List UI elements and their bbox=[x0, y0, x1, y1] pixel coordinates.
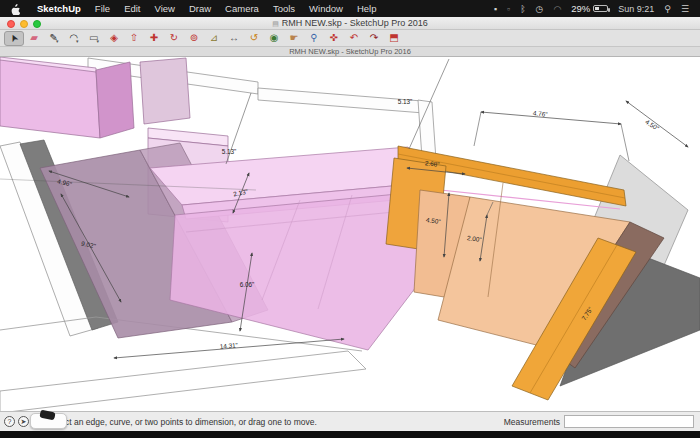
move-tool-button[interactable]: ✚ bbox=[144, 31, 164, 46]
tape-measure-icon: ⊿ bbox=[210, 33, 218, 43]
battery-status[interactable]: 29% bbox=[566, 3, 613, 14]
menu-extra-icon[interactable]: ▪ bbox=[489, 4, 502, 14]
help-icon[interactable]: ? bbox=[4, 416, 15, 427]
select-tool-button[interactable]: ➤ bbox=[4, 31, 24, 46]
apple-menu[interactable] bbox=[10, 3, 20, 15]
menu-item-camera[interactable]: Camera bbox=[218, 3, 266, 14]
menu-clock[interactable]: Sun 9:21 bbox=[613, 4, 659, 14]
previous-view-button[interactable]: ↶ bbox=[344, 31, 364, 46]
document-title-bar[interactable]: RMH NEW.skp - SketchUp Pro 2016 bbox=[0, 47, 700, 57]
document-icon: ▤ bbox=[272, 20, 279, 27]
pan-icon: ☛ bbox=[290, 33, 299, 43]
extension-line bbox=[474, 112, 481, 146]
dim-label-right-depth[interactable]: 4.50" bbox=[644, 118, 660, 132]
move-icon: ✚ bbox=[150, 33, 158, 43]
rotate-tool-button[interactable]: ↻ bbox=[164, 31, 184, 46]
dimension-tool-button[interactable]: ↔ bbox=[224, 31, 244, 46]
menu-item-help[interactable]: Help bbox=[350, 3, 384, 14]
window-bottom-edge bbox=[0, 431, 700, 438]
time-machine-icon[interactable]: ◷ bbox=[531, 4, 549, 14]
tool-popup bbox=[30, 413, 67, 429]
eraser-icon: ▰ bbox=[30, 33, 38, 43]
share-model-button[interactable]: ⬒ bbox=[384, 31, 404, 46]
menu-item-view[interactable]: View bbox=[148, 3, 182, 14]
orbit-icon: ↺ bbox=[250, 33, 258, 43]
spotlight-icon[interactable]: ⚲ bbox=[659, 4, 676, 14]
orbit-tool-button[interactable]: ↺ bbox=[244, 31, 264, 46]
measurements-label: Measurements bbox=[504, 417, 560, 427]
look-around-icon: ◉ bbox=[270, 33, 279, 43]
eraser-tool-button[interactable]: ▰ bbox=[24, 31, 44, 46]
previous-view-icon: ↶ bbox=[350, 33, 358, 43]
next-view-button[interactable]: ↷ bbox=[364, 31, 384, 46]
model-viewport[interactable]: 5.13" 5.13" 4.76" 4.50" 2.68" 4.50" 2.00… bbox=[0, 57, 700, 411]
measurements-input[interactable] bbox=[564, 415, 694, 428]
menu-item-edit[interactable]: Edit bbox=[117, 3, 147, 14]
pink-box-a-side bbox=[96, 62, 134, 138]
toolbar: ➤ ▰ ✎▾ ◠▾ ▭▾ ◈ ⇧ ✚ ↻ ⊚ ⊿ ↔ ↺ ◉ ☛ ⚲ ✜ ↶ ↷… bbox=[0, 30, 700, 47]
status-bar: ? ➤ Select an edge, curve, or two points… bbox=[0, 411, 700, 431]
menu-item-draw[interactable]: Draw bbox=[182, 3, 218, 14]
dim-label-orange-offset[interactable]: 2.68" bbox=[425, 159, 440, 167]
zoom-tool-button[interactable]: ⚲ bbox=[304, 31, 324, 46]
status-hint: Select an edge, curve, or two points to … bbox=[48, 417, 317, 427]
dim-label-height-left[interactable]: 5.13" bbox=[222, 148, 237, 155]
look-around-tool-button[interactable]: ◉ bbox=[264, 31, 284, 46]
arc-tool-button[interactable]: ◠▾ bbox=[64, 31, 84, 46]
apple-logo-icon bbox=[10, 3, 20, 15]
dim-label-bench-length[interactable]: 14.31" bbox=[219, 341, 238, 350]
window-title: ▤RMH NEW.skp - SketchUp Pro 2016 bbox=[0, 18, 700, 28]
dropdown-caret-icon[interactable]: ▾ bbox=[96, 39, 99, 44]
zoom-extents-icon: ✜ bbox=[330, 33, 338, 43]
zoom-extents-button[interactable]: ✜ bbox=[324, 31, 344, 46]
menu-bar: SketchUp File Edit View Draw Camera Tool… bbox=[0, 0, 700, 17]
next-view-icon: ↷ bbox=[370, 33, 378, 43]
dim-label-top-width[interactable]: 4.76" bbox=[533, 109, 548, 117]
battery-icon bbox=[593, 5, 608, 12]
dropdown-caret-icon[interactable]: ▾ bbox=[56, 39, 59, 44]
model-canvas[interactable]: 5.13" 5.13" 4.76" 4.50" 2.68" 4.50" 2.00… bbox=[0, 57, 700, 411]
geolocation-icon[interactable]: ➤ bbox=[18, 416, 29, 427]
push-pull-icon: ⇧ bbox=[130, 33, 138, 43]
window-title-bar: ▤RMH NEW.skp - SketchUp Pro 2016 bbox=[0, 17, 700, 30]
paint-bucket-icon: ◈ bbox=[110, 33, 118, 43]
line-tool-button[interactable]: ✎▾ bbox=[44, 31, 64, 46]
notification-center-icon[interactable]: ☰ bbox=[676, 4, 694, 14]
dim-label-height-center[interactable]: 5.13" bbox=[398, 98, 413, 105]
push-pull-tool-button[interactable]: ⇧ bbox=[124, 31, 144, 46]
sketchup-window: SketchUp File Edit View Draw Camera Tool… bbox=[0, 0, 700, 438]
extension-line bbox=[621, 124, 629, 161]
pan-tool-button[interactable]: ☛ bbox=[284, 31, 304, 46]
paint-bucket-tool-button[interactable]: ◈ bbox=[104, 31, 124, 46]
offset-icon: ⊚ bbox=[190, 33, 198, 43]
share-model-icon: ⬒ bbox=[389, 33, 398, 43]
select-icon: ➤ bbox=[8, 32, 21, 44]
menu-item-window[interactable]: Window bbox=[302, 3, 350, 14]
document-title: RMH NEW.skp - SketchUp Pro 2016 bbox=[289, 47, 411, 56]
tape-measure-tool-button[interactable]: ⊿ bbox=[204, 31, 224, 46]
input-source-icon[interactable]: ▫ bbox=[502, 4, 515, 14]
menu-item-tools[interactable]: Tools bbox=[266, 3, 302, 14]
shapes-tool-button[interactable]: ▭▾ bbox=[84, 31, 104, 46]
offset-tool-button[interactable]: ⊚ bbox=[184, 31, 204, 46]
rotate-icon: ↻ bbox=[170, 33, 178, 43]
wifi-icon[interactable]: ◠ bbox=[548, 4, 566, 14]
dim-label-bench-height[interactable]: 6.06" bbox=[240, 281, 255, 288]
zoom-icon: ⚲ bbox=[310, 33, 317, 43]
pink-box-b-front bbox=[140, 58, 190, 124]
dim-line-top-width[interactable] bbox=[481, 112, 621, 124]
cursor bbox=[39, 410, 55, 421]
bluetooth-icon[interactable]: ᛒ bbox=[515, 4, 530, 14]
menu-item-sketchup[interactable]: SketchUp bbox=[30, 3, 88, 14]
platform-front-plank bbox=[0, 351, 366, 411]
menu-item-file[interactable]: File bbox=[88, 3, 117, 14]
dropdown-caret-icon[interactable]: ▾ bbox=[76, 39, 79, 44]
battery-percent: 29% bbox=[571, 3, 590, 14]
pink-box-a-front bbox=[0, 60, 100, 138]
dimension-icon: ↔ bbox=[229, 33, 239, 43]
